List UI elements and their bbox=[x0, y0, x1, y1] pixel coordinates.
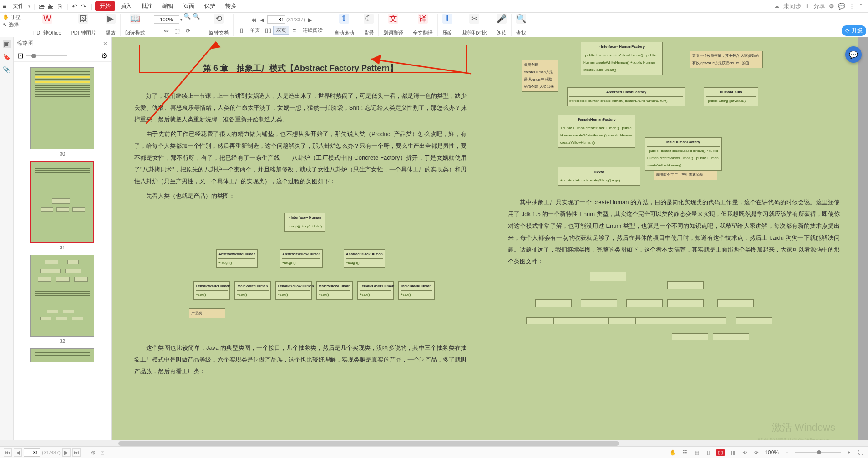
double-page-button[interactable]: 双页 bbox=[273, 26, 289, 35]
read-mode-button[interactable]: 📖 阅读模式 bbox=[121, 14, 150, 36]
tab-start[interactable]: 开始 bbox=[95, 1, 115, 11]
uml-diagram-full bbox=[508, 272, 840, 372]
first-page-icon[interactable]: ⏮ bbox=[249, 15, 257, 24]
pdf-to-image-button[interactable]: 🖼 PDF转图片 bbox=[66, 14, 101, 36]
zoom-small-icon[interactable]: ⊡ bbox=[17, 51, 23, 60]
crop-compare-button[interactable]: ✂ 裁剪和对比 bbox=[457, 14, 492, 36]
upgrade-badge[interactable]: ⟳ 升级 bbox=[842, 25, 866, 36]
thumbnail-list[interactable]: 30 31 bbox=[14, 62, 111, 440]
uml-header: FemaleWhiteHuman bbox=[196, 282, 228, 291]
settings-icon[interactable]: ⚙ bbox=[829, 3, 834, 10]
continuous-icon[interactable]: ≡ bbox=[290, 26, 299, 34]
uml-note: 负责创建 createHuman方法是 从enum中获取的值创建 人类出来 bbox=[522, 60, 558, 92]
cloud-sync-icon[interactable]: ☁ bbox=[774, 3, 780, 10]
attachments-icon[interactable]: 📎 bbox=[3, 65, 11, 74]
message-icon[interactable]: 💬 bbox=[838, 3, 845, 10]
tab-page[interactable]: 页面 bbox=[179, 1, 199, 11]
single-page-icon[interactable]: ▯ bbox=[238, 26, 246, 34]
continuous-read-button[interactable]: 连续阅读 bbox=[299, 26, 326, 35]
status-page-input[interactable] bbox=[24, 448, 40, 457]
layout-icon[interactable]: ▦ bbox=[693, 449, 700, 456]
more-icon[interactable]: ⋮ bbox=[849, 3, 855, 10]
next-page-icon[interactable]: ▶ bbox=[306, 15, 314, 24]
tab-annotate[interactable]: 批注 bbox=[137, 1, 157, 11]
single-page-button[interactable]: 单页 bbox=[247, 26, 263, 35]
last-page-btn[interactable]: ⏭ bbox=[72, 448, 81, 457]
note-icon[interactable]: ☷ bbox=[681, 449, 688, 456]
file-menu[interactable]: 文件 bbox=[9, 1, 27, 11]
auto-scroll-label: 自动滚动 bbox=[334, 30, 354, 36]
add-page-icon[interactable]: ⊕ bbox=[90, 449, 97, 456]
pdf-image-label: PDF转图片 bbox=[71, 30, 96, 36]
thumbnail-33-partial[interactable] bbox=[30, 348, 94, 362]
background-button[interactable]: ☾ 背景 bbox=[359, 14, 379, 36]
zoom-in-icon[interactable]: 🔍⁺ bbox=[193, 15, 201, 24]
uml-header: FemaleHumanFactory bbox=[560, 116, 633, 124]
export-icon[interactable]: ⎘ bbox=[56, 2, 64, 10]
zoom-input[interactable] bbox=[154, 15, 179, 24]
compress-button[interactable]: ⬇ 压缩 bbox=[438, 14, 457, 36]
tab-protect[interactable]: 保护 bbox=[200, 1, 220, 11]
rotate-left-icon[interactable]: ⟲ bbox=[741, 449, 748, 456]
thumbnails-icon[interactable]: ▣ bbox=[3, 40, 11, 48]
assistant-bubble[interactable]: 💬 bbox=[845, 46, 862, 63]
full-translate-button[interactable]: 译 全文翻译 bbox=[408, 14, 438, 36]
find-button[interactable]: 🔍 查找 bbox=[512, 14, 531, 36]
image-icon: 🖼 bbox=[78, 14, 88, 24]
zoom-slider[interactable] bbox=[795, 452, 841, 453]
print-icon[interactable]: 🖶 bbox=[46, 2, 55, 10]
continuous-layout-icon[interactable]: ⫿⫿ bbox=[729, 449, 736, 456]
pdf-to-office-button[interactable]: W PDF转Office bbox=[29, 14, 66, 36]
refresh-icon[interactable]: ⟳ bbox=[184, 26, 192, 35]
highlight-translate-button[interactable]: 文 划词翻译 bbox=[379, 14, 408, 36]
select-tool[interactable]: ↖选择 bbox=[3, 21, 21, 28]
zoom-out-icon[interactable]: 🔍⁻ bbox=[183, 15, 192, 24]
bookmarks-icon[interactable]: 🔖 bbox=[3, 53, 11, 61]
thumbnail-31[interactable]: 31 bbox=[30, 161, 94, 250]
hand-mode-icon[interactable]: ✋ bbox=[669, 449, 676, 456]
thumbnail-size-slider[interactable] bbox=[26, 55, 67, 56]
first-page-btn[interactable]: ⏮ bbox=[4, 448, 12, 457]
rotate-right-icon[interactable]: ⟳ bbox=[753, 449, 760, 456]
double-page-icon[interactable]: ▯▯ bbox=[264, 26, 272, 34]
rotate-button[interactable]: ⟲ 旋转文档 bbox=[204, 14, 234, 36]
tab-convert[interactable]: 转换 bbox=[221, 1, 241, 11]
prev-page-btn[interactable]: ◀ bbox=[14, 448, 22, 457]
horizontal-scrollbar[interactable] bbox=[0, 440, 868, 446]
document-viewport[interactable]: 第 6 章 抽象工厂模式【Abstract Factory Pattern】 好… bbox=[112, 37, 868, 440]
double-layout-active-icon[interactable]: ▯▯ bbox=[716, 449, 725, 456]
share-label[interactable]: 分享 bbox=[813, 2, 825, 10]
prev-page-icon[interactable]: ◀ bbox=[258, 15, 266, 24]
zoom-dropdown-icon[interactable]: ▾ bbox=[180, 17, 183, 22]
close-panel-icon[interactable]: ✕ bbox=[103, 40, 107, 47]
auto-scroll-button[interactable]: ⇕ 自动滚动 bbox=[330, 14, 359, 36]
open-icon[interactable]: 🗁 bbox=[37, 2, 46, 10]
hand-tool[interactable]: ✋手型 bbox=[3, 14, 21, 20]
zoom-in-btn[interactable]: + bbox=[845, 449, 853, 456]
tab-insert[interactable]: 插入 bbox=[116, 1, 136, 11]
fullscreen-icon[interactable]: ⛶ bbox=[857, 449, 864, 456]
undo-icon[interactable]: ↶ bbox=[71, 2, 79, 10]
single-layout-icon[interactable]: ▯ bbox=[705, 449, 712, 456]
thumbnail-30[interactable]: 30 bbox=[30, 67, 94, 156]
page-input[interactable] bbox=[267, 15, 285, 24]
fit-page-icon[interactable]: ⬚ bbox=[173, 26, 181, 35]
settings-icon[interactable]: ⚙ bbox=[101, 51, 107, 60]
thumbnail-32[interactable]: 32 bbox=[30, 255, 94, 344]
collapse-ribbon-icon[interactable]: ⌃ bbox=[858, 3, 863, 10]
file-dropdown-icon[interactable]: ▾ bbox=[28, 4, 30, 9]
read-aloud-button[interactable]: 🎤 朗读 bbox=[492, 14, 512, 36]
play-button[interactable]: ▶ 播放 bbox=[101, 14, 121, 36]
next-page-btn[interactable]: ▶ bbox=[62, 448, 71, 457]
share-icon[interactable]: ⇧ bbox=[805, 3, 810, 10]
fit-width-icon[interactable]: ⇔ bbox=[162, 26, 170, 35]
paragraph: 其中抽象工厂只实现了一个 createHuman 的方法，目的是简化实现类的代码… bbox=[508, 196, 840, 267]
collapse-icon[interactable]: ⊡ bbox=[99, 449, 106, 456]
thumbnail-label: 32 bbox=[60, 338, 65, 344]
hamburger-icon[interactable]: ≡ bbox=[3, 3, 6, 10]
windows-watermark-sub: 转到"设置"以激活 Windows。 bbox=[758, 435, 835, 440]
tab-edit[interactable]: 编辑 bbox=[158, 1, 178, 11]
redo-icon[interactable]: ↷ bbox=[80, 2, 88, 10]
find-label: 查找 bbox=[516, 30, 526, 36]
zoom-out-btn[interactable]: − bbox=[783, 449, 791, 456]
